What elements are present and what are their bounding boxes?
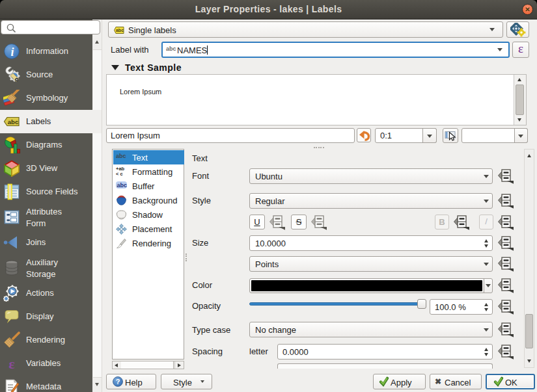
svg-text:i: i [10,46,14,59]
svg-text:ε: ε [8,356,14,372]
svg-text:?: ? [116,378,120,385]
svg-text:abc: abc [8,118,18,125]
svg-text:abc: abc [116,28,124,33]
